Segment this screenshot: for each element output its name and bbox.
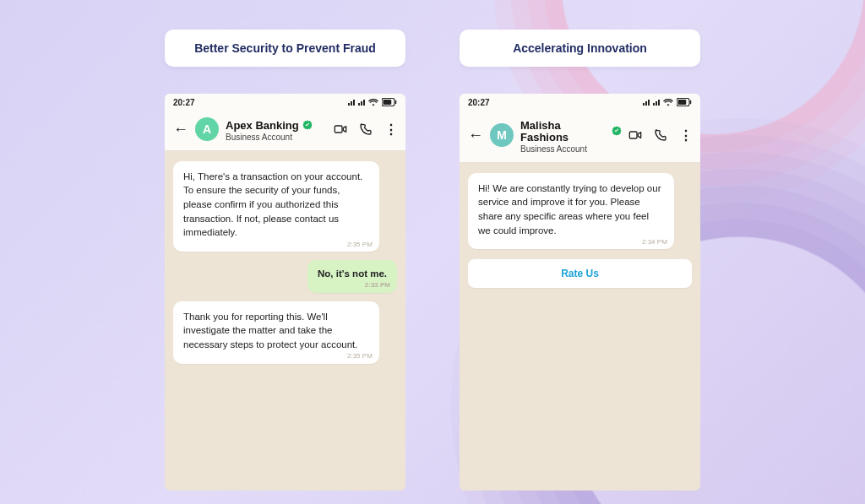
message-text: No, it's not me.: [318, 268, 387, 279]
phone-right: 20:27 ← M Malisha Fashions: [460, 94, 700, 490]
message-time: 2:34 PM: [642, 237, 667, 247]
battery-icon: [677, 98, 692, 106]
more-icon[interactable]: ⋮: [679, 127, 692, 144]
message-incoming: Thank you for reporting this. We'll inve…: [173, 301, 379, 364]
video-icon[interactable]: [628, 128, 642, 142]
avatar[interactable]: A: [195, 117, 219, 141]
rate-us-button[interactable]: Rate Us: [468, 259, 692, 288]
left-label-pill: Better Security to Prevent Fraud: [165, 30, 405, 67]
business-subtitle: Business Account: [226, 133, 327, 142]
message-time: 2:35 PM: [347, 351, 373, 361]
message-incoming: Hi! We are constantly trying to develop …: [468, 173, 674, 250]
back-icon[interactable]: ←: [173, 121, 188, 138]
message-incoming: Hi, There's a transaction on your accoun…: [173, 161, 379, 252]
svg-rect-5: [678, 100, 687, 105]
business-subtitle: Business Account: [520, 144, 622, 154]
wifi-icon: [663, 98, 673, 106]
message-outgoing: No, it's not me. 2:33 PM: [307, 260, 397, 293]
signal-icon: [348, 100, 355, 106]
messages: Hi! We are constantly trying to develop …: [460, 163, 700, 490]
status-right: [643, 98, 692, 106]
message-time: 2:35 PM: [347, 240, 373, 250]
messages: Hi, There's a transaction on your accoun…: [165, 151, 405, 490]
status-bar: 20:27: [460, 94, 700, 111]
message-text: Hi! We are constantly trying to develop …: [478, 183, 661, 236]
verified-icon: [302, 120, 313, 133]
signal-icon: [653, 100, 660, 106]
message-text: Hi, There's a transaction on your accoun…: [183, 171, 362, 238]
right-label-pill: Accelerating Innovation: [460, 30, 700, 67]
signal-icon: [643, 100, 650, 106]
message-time: 2:33 PM: [365, 280, 390, 290]
status-time: 20:27: [173, 98, 195, 107]
signal-icon: [358, 100, 365, 106]
chat-header: ← A Apex Banking Business Account ⋮: [165, 111, 405, 151]
svg-rect-2: [395, 100, 397, 105]
video-icon[interactable]: [334, 122, 347, 136]
business-name: Malisha Fashions: [520, 120, 608, 144]
svg-rect-3: [335, 126, 342, 133]
svg-rect-1: [384, 100, 392, 105]
battery-icon: [382, 98, 397, 106]
business-name: Apex Banking: [226, 120, 299, 132]
more-icon[interactable]: ⋮: [384, 122, 397, 138]
phone-left: 20:27 ← A Apex Banking: [165, 94, 405, 490]
header-text: Apex Banking Business Account: [226, 117, 327, 142]
phone-icon[interactable]: [654, 128, 667, 142]
wifi-icon: [368, 98, 378, 106]
phone-icon[interactable]: [359, 122, 373, 136]
header-text: Malisha Fashions Business Account: [520, 117, 622, 154]
verified-icon: [612, 126, 622, 138]
status-bar: 20:27: [165, 94, 405, 111]
status-time: 20:27: [468, 98, 490, 107]
svg-rect-6: [690, 100, 692, 105]
status-right: [348, 98, 397, 106]
left-column: Better Security to Prevent Fraud 20:27 ←…: [165, 30, 405, 490]
back-icon[interactable]: ←: [468, 127, 483, 144]
message-text: Thank you for reporting this. We'll inve…: [183, 312, 357, 350]
right-column: Accelerating Innovation 20:27 ← M Malish…: [460, 30, 700, 490]
avatar[interactable]: M: [490, 123, 514, 147]
svg-rect-7: [629, 132, 637, 138]
chat-header: ← M Malisha Fashions Business Account ⋮: [460, 111, 700, 163]
